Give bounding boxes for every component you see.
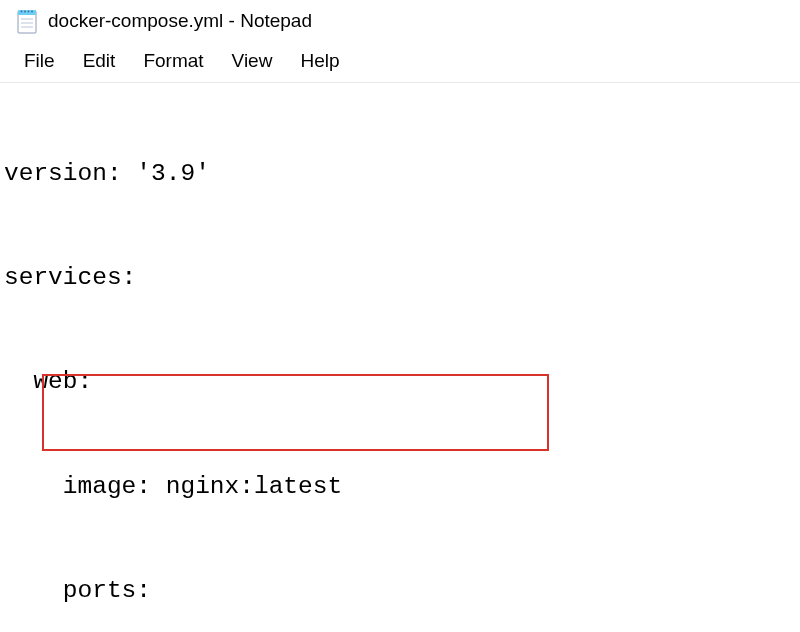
svg-point-4 [28, 11, 30, 13]
svg-point-3 [24, 11, 26, 13]
menu-file[interactable]: File [10, 46, 69, 76]
notepad-icon [14, 7, 40, 35]
editor-line: services: [4, 261, 796, 296]
svg-point-5 [31, 11, 33, 13]
editor-line: image: nginx:latest [4, 470, 796, 505]
editor-line: web: [4, 365, 796, 400]
menu-format[interactable]: Format [129, 46, 217, 76]
window-title: docker-compose.yml - Notepad [48, 10, 312, 32]
editor-line: version: '3.9' [4, 157, 796, 192]
text-editor-area[interactable]: version: '3.9' services: web: image: ngi… [0, 83, 800, 632]
svg-rect-1 [18, 10, 36, 15]
titlebar: docker-compose.yml - Notepad [0, 0, 800, 42]
menu-edit[interactable]: Edit [69, 46, 130, 76]
menu-help[interactable]: Help [286, 46, 353, 76]
svg-point-2 [21, 11, 23, 13]
menu-view[interactable]: View [218, 46, 287, 76]
editor-line: ports: [4, 574, 796, 609]
menubar: File Edit Format View Help [0, 42, 800, 83]
